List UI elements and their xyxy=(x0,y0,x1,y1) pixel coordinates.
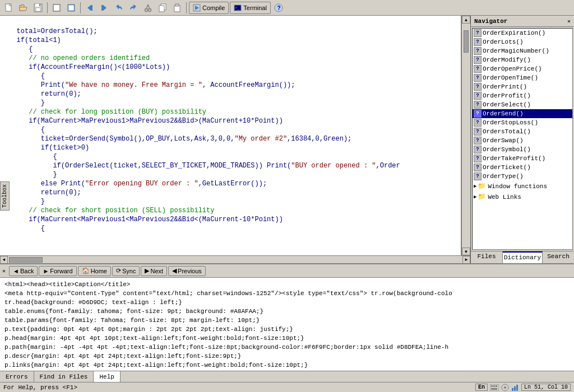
editor-vscroll[interactable]: ▲ ▼ xyxy=(461,16,470,255)
navigator-close-btn[interactable]: ✕ xyxy=(567,18,571,25)
bottom-content-line: table.enums{font-family: tahoma; font-si… xyxy=(4,307,570,316)
nav-item[interactable]: ?OrderExpiration() xyxy=(473,29,572,38)
nav-item[interactable]: ?OrderSymbol() xyxy=(473,145,572,154)
navigator-panel: Navigator ✕ ?OrderExpiration()?OrderLots… xyxy=(470,16,574,263)
nav-item[interactable]: ?OrderStopLoss() xyxy=(473,118,572,127)
nav-item-label: OrderExpiration() xyxy=(483,30,545,36)
keyboard-icon xyxy=(490,384,499,391)
bottom-toolbar: ✕ ◄ Back ► Forward 🏠 Home ⟳ Sync ▶ Next … xyxy=(0,264,574,278)
hscroll-track[interactable] xyxy=(8,256,462,263)
compile-opt-btn2[interactable] xyxy=(64,2,78,14)
nav-item[interactable]: ?OrderTakeProfit() xyxy=(473,154,572,163)
tab-help[interactable]: Help xyxy=(94,371,120,382)
nav-item-icon: ? xyxy=(474,47,482,55)
open-file-btn[interactable] xyxy=(17,2,30,14)
nav-item-label: OrderProfit() xyxy=(483,92,531,99)
nav-item-icon: ? xyxy=(474,110,482,118)
nav-group-label: Window functions xyxy=(488,183,547,190)
code-content: total=OrdersTotal(); if(total<1) { // no… xyxy=(0,16,461,244)
sync-btn[interactable]: ⟳ Sync xyxy=(112,266,140,276)
code-editor[interactable]: total=OrdersTotal(); if(total<1) { // no… xyxy=(0,16,461,255)
nav-item-icon: ? xyxy=(474,92,482,100)
nav-item[interactable]: ?OrderSend() xyxy=(473,109,572,118)
paste-btn[interactable] xyxy=(170,2,184,14)
nav-item[interactable]: ?OrderOpenTime() xyxy=(473,73,572,82)
compile-opt-btn1[interactable] xyxy=(50,2,63,14)
home-btn[interactable]: 🏠 Home xyxy=(78,266,111,276)
network-icon xyxy=(501,384,509,391)
home-icon: 🏠 xyxy=(82,267,90,274)
new-file-btn[interactable] xyxy=(2,2,16,14)
nav-item-label: OrderType() xyxy=(483,173,524,180)
code-hscroll[interactable]: ◄ ► xyxy=(0,255,470,263)
back-btn[interactable]: ◄ Back xyxy=(9,266,38,276)
svg-point-36 xyxy=(504,386,506,389)
nav-item-icon: ? xyxy=(474,119,482,127)
tab-errors[interactable]: Errors xyxy=(0,371,34,382)
undo-btn[interactable] xyxy=(112,2,126,14)
svg-text:?: ? xyxy=(277,5,280,11)
bottom-close-btn[interactable]: ✕ xyxy=(2,268,6,274)
nav-group[interactable]: ▶📁Window functions xyxy=(473,181,572,192)
hscroll-left-arrow[interactable]: ◄ xyxy=(0,256,8,264)
scroll-up-arrow[interactable]: ▲ xyxy=(462,16,470,24)
nav-item[interactable]: ?OrderOpenPrice() xyxy=(473,64,572,73)
nav-item[interactable]: ?OrdersTotal() xyxy=(473,127,572,136)
hscroll-right-arrow[interactable]: ► xyxy=(462,256,470,264)
nav-item-label: OrderSymbol() xyxy=(483,146,531,153)
nav-item-label: OrderMagicNumber() xyxy=(483,48,549,54)
nav-item[interactable]: ?OrderType() xyxy=(473,172,572,181)
tab-find-in-files[interactable]: Find in Files xyxy=(34,371,94,382)
previous-btn[interactable]: ◀ Previous xyxy=(168,266,206,276)
svg-marker-4 xyxy=(20,7,27,11)
scroll-down-arrow[interactable]: ▼ xyxy=(462,248,470,255)
nav-item-label: OrdersTotal() xyxy=(483,128,531,135)
terminal-btn[interactable]: >_ Terminal xyxy=(230,2,271,14)
tab-dictionary[interactable]: Dictionary xyxy=(503,251,543,263)
forward-nav-btn[interactable] xyxy=(98,2,111,14)
next-label: Next xyxy=(150,268,163,274)
nav-group[interactable]: ▶📁Web Links xyxy=(473,192,572,202)
nav-item[interactable]: ?OrderMagicNumber() xyxy=(473,46,572,55)
cut-btn[interactable] xyxy=(141,2,155,14)
back-nav-btn[interactable] xyxy=(83,2,96,14)
bottom-content[interactable]: <html><head><title>Caption</title><meta … xyxy=(0,278,574,371)
nav-item[interactable]: ?OrderModify() xyxy=(473,55,572,64)
nav-item-icon: ? xyxy=(474,74,482,82)
svg-rect-9 xyxy=(53,4,60,11)
nav-item[interactable]: ?OrderSelect() xyxy=(473,100,572,109)
nav-item[interactable]: ?OrderSwap() xyxy=(473,136,572,145)
nav-item[interactable]: ?OrderProfit() xyxy=(473,91,572,100)
nav-item-label: OrderStopLoss() xyxy=(483,119,538,126)
sep1 xyxy=(47,2,48,13)
scroll-track[interactable] xyxy=(462,24,470,248)
redo-btn[interactable] xyxy=(127,2,140,14)
nav-item-label: OrderOpenTime() xyxy=(483,74,538,81)
help-btn[interactable]: ? xyxy=(272,2,285,14)
tab-search[interactable]: Search xyxy=(543,251,574,263)
tab-files[interactable]: Files xyxy=(471,251,503,263)
forward-btn[interactable]: ► Forward xyxy=(39,266,76,276)
compile-btn[interactable]: Compile xyxy=(189,2,229,14)
nav-item[interactable]: ?OrderPrint() xyxy=(473,82,572,91)
previous-label: Previous xyxy=(178,268,202,274)
svg-rect-31 xyxy=(491,385,493,387)
nav-item[interactable]: ?OrderLots() xyxy=(473,38,572,46)
expand-icon: ▶ xyxy=(474,183,476,189)
save-btn[interactable] xyxy=(31,2,45,14)
copy-btn[interactable] xyxy=(156,2,169,14)
hscroll-thumb[interactable] xyxy=(9,257,43,263)
nav-item-label: OrderTicket() xyxy=(483,164,531,171)
terminal-label: Terminal xyxy=(243,4,267,11)
bottom-content-line: p.descr{margin: 4pt 4pt 4pt 24pt;text-al… xyxy=(4,352,570,361)
svg-marker-14 xyxy=(103,5,107,11)
nav-item-icon: ? xyxy=(474,65,482,73)
toolbox-tab[interactable]: Toolbox xyxy=(0,181,10,211)
nav-tree[interactable]: ?OrderExpiration()?OrderLots()?OrderMagi… xyxy=(472,28,573,250)
next-btn[interactable]: ▶ Next xyxy=(141,266,167,276)
folder-icon: 📁 xyxy=(478,193,486,201)
scroll-thumb[interactable] xyxy=(464,30,469,53)
previous-icon: ◀ xyxy=(172,267,177,274)
svg-rect-33 xyxy=(496,385,497,387)
nav-item[interactable]: ?OrderTicket() xyxy=(473,163,572,172)
